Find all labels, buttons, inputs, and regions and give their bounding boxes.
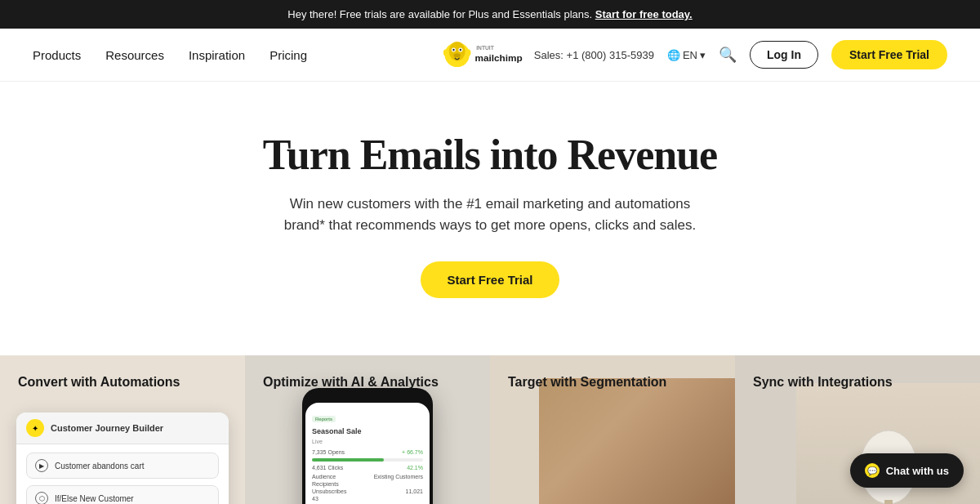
analytics-opens: 7,335 Opens + 66.7% xyxy=(312,449,423,455)
feature-panels: Convert with Automations ✦ Customer Jour… xyxy=(0,355,980,504)
branch-icon: ⬡ xyxy=(35,492,48,504)
mockup-logo: ✦ xyxy=(26,419,44,437)
svg-point-5 xyxy=(460,49,462,51)
hero-heading: Turn Emails into Revenue xyxy=(16,131,964,179)
sales-phone: Sales: +1 (800) 315-5939 xyxy=(534,49,654,61)
analytics-clicks: 4,631 Clicks 42.1% xyxy=(312,465,423,471)
top-banner: Hey there! Free trials are available for… xyxy=(0,0,980,29)
clicks-bar-container xyxy=(312,458,423,462)
panel-automations: Convert with Automations ✦ Customer Jour… xyxy=(0,355,245,504)
nav-left: Products Resources Inspiration Pricing xyxy=(33,48,307,62)
lang-label: EN xyxy=(683,49,697,61)
svg-point-7 xyxy=(443,49,449,56)
nav-pricing[interactable]: Pricing xyxy=(270,48,307,62)
unsubscribes-label: Unsubscribes xyxy=(312,488,346,494)
workflow-step-1: ▶ Customer abandons cart xyxy=(26,453,219,479)
existing-customers: Existing Customers xyxy=(374,474,423,479)
svg-text:mailchimp: mailchimp xyxy=(475,52,523,63)
audience-label: Audience xyxy=(312,474,336,479)
panel-segmentation: Target with Segmentation xyxy=(490,355,735,504)
mockup-title: Customer Journey Builder xyxy=(51,423,163,433)
panel-3-title: Target with Segmentation xyxy=(508,375,717,390)
analytics-row-1: Audience Existing Customers xyxy=(312,474,423,479)
chat-icon: 💬 xyxy=(865,463,880,478)
unsubscribes-count: 11,021 xyxy=(406,488,423,494)
hero-section: Turn Emails into Revenue Win new custome… xyxy=(0,82,980,355)
hero-cta-button[interactable]: Start Free Trial xyxy=(421,261,559,298)
workflow-step-2-label: If/Else New Customer xyxy=(55,494,134,503)
nav-products[interactable]: Products xyxy=(33,48,81,62)
analytics-row-2: Recipients xyxy=(312,481,423,487)
search-button[interactable]: 🔍 xyxy=(719,46,737,64)
nav-logo[interactable]: INTUIT mailchimp xyxy=(435,38,545,72)
analytics-row-4: 43 xyxy=(312,496,423,502)
segmentation-image xyxy=(539,378,735,504)
clicks-pct: 42.1% xyxy=(407,465,423,471)
login-button[interactable]: Log In xyxy=(750,41,818,69)
nav-inspiration[interactable]: Inspiration xyxy=(189,48,245,62)
phone-notch xyxy=(347,388,388,399)
cart-icon: ▶ xyxy=(35,459,48,472)
clicks-bar xyxy=(312,458,384,462)
language-selector[interactable]: 🌐 EN ▾ xyxy=(667,49,706,61)
live-badge: Reports xyxy=(312,416,336,422)
opens-pct: + 66.7% xyxy=(402,449,423,455)
mockup-body: ▶ Customer abandons cart ⬡ If/Else New C… xyxy=(16,444,229,504)
workflow-step-1-label: Customer abandons cart xyxy=(55,462,145,471)
main-nav: Products Resources Inspiration Pricing I… xyxy=(0,29,980,82)
svg-text:INTUIT: INTUIT xyxy=(476,45,495,51)
analytics-title: Seasonal Sale xyxy=(312,427,423,435)
chevron-down-icon: ▾ xyxy=(700,49,706,61)
svg-point-1 xyxy=(449,42,466,61)
banner-text: Hey there! Free trials are available for… xyxy=(287,8,592,20)
svg-point-8 xyxy=(466,49,471,56)
nav-resources[interactable]: Resources xyxy=(105,48,164,62)
analytics-live: Live xyxy=(312,439,423,444)
banner-link[interactable]: Start for free today. xyxy=(595,8,693,20)
start-trial-nav-button[interactable]: Start Free Trial xyxy=(831,40,947,69)
chat-button[interactable]: 💬 Chat with us xyxy=(850,453,964,488)
analytics-row-3: Unsubscribes 11,021 xyxy=(312,488,423,494)
nav-right: Sales: +1 (800) 315-5939 🌐 EN ▾ 🔍 Log In… xyxy=(534,40,947,69)
svg-point-6 xyxy=(453,53,460,57)
recipients-label: Recipients xyxy=(312,481,339,487)
search-icon: 🔍 xyxy=(719,47,737,63)
person-silhouette xyxy=(539,378,735,504)
mockup-header: ✦ Customer Journey Builder xyxy=(16,413,229,444)
analytics-phone-mockup: Reports Seasonal Sale Live 7,335 Opens +… xyxy=(302,388,433,504)
clicks-label: 4,631 Clicks xyxy=(312,465,343,471)
svg-rect-12 xyxy=(884,500,893,504)
hero-subtext: Win new customers with the #1 email mark… xyxy=(278,194,702,235)
panel-analytics: Optimize with AI & Analytics Reports Sea… xyxy=(245,355,490,504)
perf-label: 43 xyxy=(312,496,318,502)
svg-point-4 xyxy=(452,49,455,51)
panel-1-title: Convert with Automations xyxy=(18,375,227,390)
opens-label: 7,335 Opens xyxy=(312,449,345,455)
workflow-step-2: ⬡ If/Else New Customer xyxy=(26,485,219,504)
phone-screen: Reports Seasonal Sale Live 7,335 Opens +… xyxy=(305,403,430,504)
globe-icon: 🌐 xyxy=(667,49,680,61)
panel-4-title: Sync with Integrations xyxy=(753,375,962,390)
chat-label: Chat with us xyxy=(886,465,949,477)
automations-mockup: ✦ Customer Journey Builder ▶ Customer ab… xyxy=(16,413,229,504)
